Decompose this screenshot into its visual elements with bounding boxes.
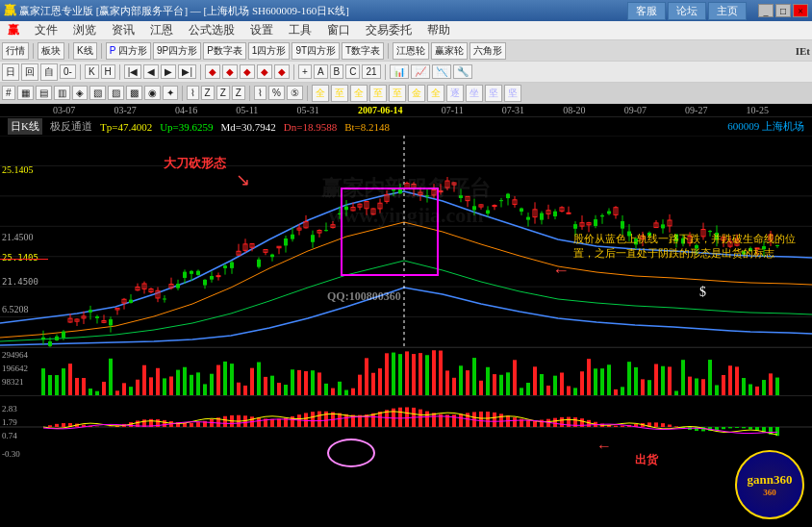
btn-diamond4[interactable]: ◆	[257, 64, 272, 79]
forum-button[interactable]: 论坛	[668, 2, 706, 20]
btn-diamond2[interactable]: ◆	[222, 64, 238, 79]
draw-btn-17[interactable]: ⑤	[287, 86, 303, 100]
btn-hexagon[interactable]: 六角形	[469, 42, 506, 60]
draw-btn-28[interactable]: 坚	[504, 85, 521, 102]
draw-btn-26[interactable]: 坐	[466, 85, 483, 102]
btn-0minus[interactable]: 0-	[60, 64, 76, 79]
draw-btn-27[interactable]: 坚	[485, 85, 502, 102]
menu-formula[interactable]: 公式选股	[185, 20, 239, 40]
draw-btn-11[interactable]: ⌇	[187, 86, 199, 100]
draw-btn-20[interactable]: 全	[350, 85, 368, 102]
btn-chart1[interactable]: 📊	[390, 64, 409, 79]
btn-sector[interactable]: 板块	[38, 42, 64, 60]
sep9	[385, 64, 386, 80]
minimize-button[interactable]: _	[758, 4, 774, 17]
draw-btn-15[interactable]: ⌇	[254, 86, 266, 100]
draw-btn-1[interactable]: #	[2, 86, 15, 100]
vol-label-3: 98321	[2, 377, 24, 387]
draw-btn-25[interactable]: 逐	[446, 85, 464, 102]
draw-btn-22[interactable]: 至	[389, 85, 406, 102]
btn-a[interactable]: A	[314, 64, 328, 79]
sep5	[80, 64, 81, 80]
menu-file[interactable]: 文件	[31, 20, 62, 40]
btn-day[interactable]: 日	[2, 63, 19, 81]
menu-browse[interactable]: 浏览	[69, 20, 100, 40]
btn-quotes[interactable]: 行情	[2, 42, 29, 60]
tp-value: Tp=47.4002	[100, 121, 152, 133]
draw-btn-14[interactable]: Z	[232, 86, 245, 100]
date-5: 05-31	[296, 105, 318, 115]
draw-btn-21[interactable]: 至	[369, 85, 387, 102]
dollar-annotation: $	[699, 285, 706, 300]
menu-trading[interactable]: 交易委托	[362, 20, 416, 40]
btn-c[interactable]: C	[345, 64, 360, 79]
toolbar-chart-types: 行情 板块 K线 P 四方形 9P四方形 P数字表 1四方形 9T四方形 T数字…	[0, 40, 812, 62]
btn-auto[interactable]: 自	[40, 63, 58, 81]
btn-21[interactable]: 21	[362, 64, 380, 79]
menu-settings[interactable]: 设置	[246, 20, 277, 40]
maximize-button[interactable]: □	[775, 4, 791, 17]
menu-window[interactable]: 窗口	[323, 20, 354, 40]
dn-value: Dn=18.9588	[284, 121, 337, 133]
menu-help[interactable]: 帮助	[423, 20, 454, 40]
menu-ying[interactable]: 赢	[4, 20, 23, 40]
btn-refresh[interactable]: 回	[21, 63, 38, 81]
menu-tools[interactable]: 工具	[285, 20, 316, 40]
draw-btn-5[interactable]: ◈	[72, 86, 88, 100]
sep1	[33, 43, 34, 59]
btn-tnum[interactable]: T数字表	[342, 42, 384, 60]
btn-k[interactable]: K	[85, 64, 99, 79]
bt-value: Bt=8.2148	[344, 121, 390, 133]
draw-btn-13[interactable]: Z	[216, 86, 230, 100]
draw-btn-8[interactable]: ▩	[126, 86, 142, 100]
btn-chart2[interactable]: 📈	[411, 64, 430, 79]
close-button[interactable]: ×	[793, 4, 808, 17]
price-label-top: 25.1405	[2, 164, 34, 175]
btn-jianen-wheel[interactable]: 江恩轮	[393, 42, 429, 60]
btn-diamond3[interactable]: ◆	[240, 64, 255, 79]
draw-btn-2[interactable]: ▦	[17, 86, 34, 100]
up-value: Up=39.6259	[160, 121, 213, 133]
home-button[interactable]: 主页	[708, 2, 747, 20]
btn-diamond1[interactable]: ◆	[205, 64, 220, 79]
btn-b[interactable]: B	[330, 64, 344, 79]
btn-diamond5[interactable]: ◆	[274, 64, 290, 79]
draw-btn-23[interactable]: 金	[408, 85, 425, 102]
btn-kline[interactable]: K线	[73, 42, 97, 60]
draw-btn-24[interactable]: 全	[427, 85, 444, 102]
btn-9p4[interactable]: 9P四方形	[153, 42, 201, 60]
main-chart-area[interactable]: 25.1405 21.4500 6.5208 大刀砍形态 ↘ 股价从蓝色上轨线一…	[0, 136, 812, 347]
btn-chart3[interactable]: 📉	[432, 64, 451, 79]
btn-last[interactable]: ▶|	[178, 64, 196, 79]
menu-info[interactable]: 资讯	[108, 20, 139, 40]
btn-next[interactable]: ▶	[161, 64, 176, 79]
btn-p4[interactable]: P 四方形	[106, 42, 151, 60]
btn-plus[interactable]: +	[298, 64, 312, 79]
draw-btn-6[interactable]: ▧	[89, 86, 106, 100]
btn-9t4[interactable]: 9T四方形	[292, 42, 340, 60]
sep3	[101, 43, 102, 59]
customer-service-button[interactable]: 客服	[627, 2, 666, 20]
draw-btn-18[interactable]: 全	[312, 85, 329, 102]
draw-btn-3[interactable]: ▤	[36, 86, 52, 100]
macd-chart-area: MACD DIF=2.71 DEA=2.33 MACD=0.76 2.83 1.…	[0, 395, 812, 472]
draw-btn-19[interactable]: 至	[331, 85, 348, 102]
btn-first[interactable]: |◀	[124, 64, 142, 79]
btn-pnum[interactable]: P数字表	[203, 42, 246, 60]
toolbar-drawing: # ▦ ▤ ▥ ◈ ▧ ▨ ▩ ◉ ✦ ⌇ Z Z Z ⌇ % ⑤ 全 至 全 …	[0, 83, 812, 104]
draw-btn-9[interactable]: ◉	[144, 86, 161, 100]
btn-1sq[interactable]: 1四方形	[248, 42, 291, 60]
date-3: 04-16	[175, 105, 197, 115]
btn-ying-wheel[interactable]: 赢家轮	[431, 42, 468, 60]
btn-chart4[interactable]: 🔧	[453, 64, 472, 79]
draw-btn-10[interactable]: ✦	[163, 86, 178, 100]
draw-btn-12[interactable]: Z	[201, 86, 215, 100]
menu-jianen[interactable]: 江恩	[146, 20, 177, 40]
btn-prev[interactable]: ◀	[143, 64, 159, 79]
draw-btn-4[interactable]: ▥	[54, 86, 70, 100]
volume-chart-canvas	[0, 348, 812, 396]
draw-btn-16[interactable]: %	[268, 86, 285, 100]
btn-h[interactable]: H	[101, 64, 115, 79]
sep12	[307, 86, 308, 101]
draw-btn-7[interactable]: ▨	[108, 86, 124, 100]
